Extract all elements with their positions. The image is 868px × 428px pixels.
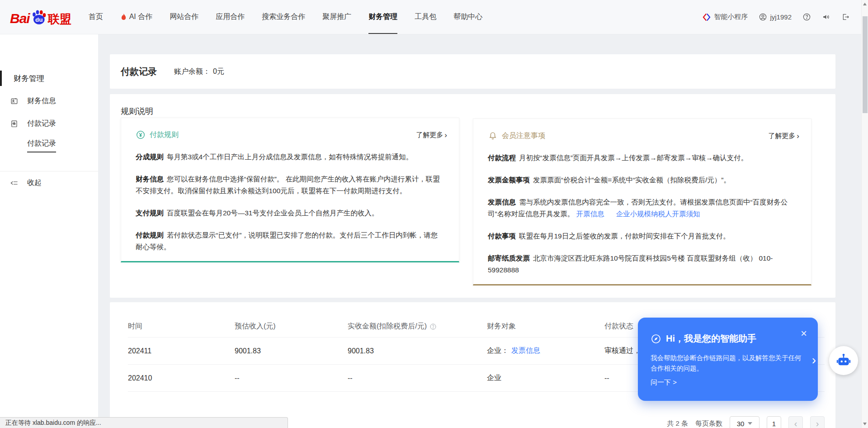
page-size-value: 30 (737, 420, 745, 428)
header-finance-target: 财务对象 (487, 322, 604, 331)
rule-text: 您可以在财务信息中选择“保留付款”。 在此期间您产生的收入将在账户内进行累计，联… (136, 175, 440, 195)
rules-section-title: 规则说明 (121, 106, 153, 117)
ask-now-link[interactable]: 问一下 > (651, 378, 677, 387)
user-icon (759, 13, 767, 21)
invoice-info-link[interactable]: 开票信息 (576, 210, 604, 218)
account-balance-value: 0元 (213, 67, 224, 75)
page-number-1[interactable]: 1 (767, 416, 781, 428)
rule-label: 支付规则 (136, 209, 164, 217)
payment-rules-body: 分成规则每月第3或4个工作日产出上月分成信息及发票信息，如有特殊情况将提前通知。… (121, 140, 459, 253)
rule-label: 邮寄纸质发票 (488, 254, 530, 262)
sidebar-collapse-label: 收起 (27, 178, 42, 188)
rules-card: 规则说明 付款规则 了解更多› 分成规则每月第3或4个工作日产出上月分成信息及发… (110, 94, 835, 298)
cell-time: 202410 (128, 374, 235, 382)
logo-text-union: 联盟 (48, 13, 71, 25)
rule-item: 分成规则每月第3或4个工作日产出上月分成信息及发票信息，如有特殊情况将提前通知。 (136, 151, 444, 163)
pagination-page-size-label: 每页条数 (695, 419, 722, 428)
nav-label: AI 合作 (129, 12, 153, 22)
sidebar-collapse-button[interactable]: 收起 (0, 176, 98, 190)
rule-label: 付款规则 (136, 231, 164, 239)
member-notes-panel: 会员注意事项 了解更多› 付款流程月初按“发票信息”页面开具发票→上传发票→邮寄… (473, 119, 811, 285)
nav-label: 聚屏推广 (322, 12, 351, 22)
page-title: 付款记录 (121, 66, 157, 78)
rule-text: 若付款状态显示“已支付”，说明联盟已安排了您的付款。支付后三个工作日内到帐，请您… (136, 231, 438, 251)
rule-item: 邮寄纸质发票北京市海淀区西北旺东路10号院百度科技园5号楼 百度联盟财务组（收）… (488, 252, 797, 276)
rule-item: 付款事项联盟在每月19日之后签收的发票，付款时间安排在下个月首批支付。 (488, 230, 797, 242)
rule-label: 发票信息 (488, 198, 516, 206)
nav-item-search-cooperation[interactable]: 搜索业务合作 (262, 0, 305, 34)
question-circle-icon[interactable] (429, 323, 437, 330)
nav-item-ai-cooperation[interactable]: AI 合作 (120, 0, 153, 34)
logout-icon[interactable] (841, 13, 850, 21)
rule-item: 付款流程月初按“发票信息”页面开具发票→上传发票→邮寄发票→审核→确认支付。 (488, 152, 797, 164)
browser-status-text: 正在等待 xlab.baidu.com 的响应... (5, 419, 101, 427)
nav-item-toolkit[interactable]: 工具包 (415, 0, 436, 34)
sidebar-item-finance-info[interactable]: 财务信息 (0, 93, 98, 109)
nav-label: 工具包 (415, 12, 436, 22)
member-notes-title: 会员注意事项 (502, 131, 545, 141)
sidebar-section-finance-management[interactable]: 财务管理 (0, 71, 98, 86)
nav-label: 应用合作 (216, 12, 245, 22)
pagination-total: 共 2 条 (667, 419, 688, 428)
sidebar-item-label: 财务信息 (27, 96, 56, 106)
invoice-info-row-link[interactable]: 发票信息 (511, 347, 540, 354)
rule-label: 分成规则 (136, 153, 164, 161)
header-estimated-income: 预估收入(元) (235, 322, 348, 331)
account-balance: 账户余额：0元 (174, 67, 224, 76)
rule-item: 财务信息您可以在财务信息中选择“保留付款”。 在此期间您产生的收入将在账户内进行… (136, 173, 444, 197)
finance-info-icon (10, 97, 19, 105)
chevron-right-icon[interactable]: › (812, 353, 816, 367)
pagination: 共 2 条 每页条数 30 1 ‹ › (667, 416, 825, 428)
payment-summary-card: 付款记录 账户余额：0元 (110, 54, 835, 89)
compass-icon (651, 333, 661, 344)
sound-icon[interactable] (822, 13, 830, 21)
nav-item-website-cooperation[interactable]: 网站合作 (170, 0, 198, 34)
assistant-popup-title: Hi，我是您的智能助手 (666, 333, 756, 345)
miniprogram-link[interactable]: 智能小程序 (702, 13, 748, 22)
page-size-select[interactable]: 30 (730, 416, 760, 428)
close-icon[interactable]: × (801, 328, 807, 338)
rule-text: 百度联盟会在每月20号—31号支付企业会员上个自然月产生的收入。 (167, 209, 378, 217)
sidebar-subitem-label: 付款记录 (27, 139, 56, 152)
header-time: 时间 (128, 322, 235, 331)
robot-icon (835, 352, 852, 369)
scrollbar-thumb[interactable] (863, 16, 868, 113)
nav-item-screen-promotion[interactable]: 聚屏推广 (322, 0, 351, 34)
previous-page-button[interactable]: ‹ (788, 416, 803, 428)
yen-circle-icon (136, 130, 146, 140)
sidebar-subitem-payment-records[interactable]: 付款记录 (0, 138, 98, 153)
logo-text-du: du (35, 16, 43, 23)
miniprogram-diamond-icon (702, 13, 711, 22)
assistant-floating-button[interactable] (829, 346, 858, 375)
chevron-up-icon[interactable] (10, 120, 17, 127)
small-taxpayer-notice-link[interactable]: 企业小规模纳税人开票须知 (616, 210, 700, 218)
vertical-scrollbar[interactable] (861, 0, 868, 428)
rule-label: 财务信息 (136, 175, 164, 183)
scroll-down-arrow[interactable] (863, 423, 867, 425)
payment-rules-more-link[interactable]: 了解更多› (416, 131, 447, 139)
user-account[interactable]: jyj1992 (759, 13, 792, 21)
cell-target-label: 企业： (487, 347, 509, 354)
baidu-union-logo[interactable]: Bai du 联盟 (10, 9, 71, 25)
sidebar: 财务管理 财务信息 付款记录 付款记录 收起 (0, 34, 98, 428)
cell-target: 企业 (487, 373, 604, 383)
help-icon[interactable] (802, 13, 811, 21)
rule-text: 月初按“发票信息”页面开具发票→上传发票→邮寄发票→审核→确认支付。 (519, 154, 748, 162)
nav-item-home[interactable]: 首页 (89, 0, 103, 34)
scroll-up-arrow[interactable] (863, 3, 867, 5)
nav-item-help-center[interactable]: 帮助中心 (453, 0, 482, 34)
rule-text: 发票票面“价税合计”金额=系统中“实收金额（扣除税费后/元）”。 (533, 176, 731, 184)
next-page-button[interactable]: › (810, 416, 825, 428)
sidebar-item-payment-records[interactable]: 付款记录 (0, 116, 98, 131)
nav-item-app-cooperation[interactable]: 应用合作 (216, 0, 245, 34)
nav-item-finance-management[interactable]: 财务管理 (368, 0, 397, 34)
chevron-right-icon: › (444, 132, 447, 138)
header-actual-amount-label: 实收金额(扣除税费后/元) (348, 322, 427, 331)
cell-actual: -- (348, 374, 487, 382)
chevron-right-icon: › (797, 133, 799, 139)
main-nav: 首页 AI 合作 网站合作 应用合作 搜索业务合作 聚屏推广 财务管理 工具包 … (89, 0, 483, 34)
nav-label: 首页 (89, 12, 103, 22)
member-notes-more-link[interactable]: 了解更多› (768, 132, 799, 140)
cell-estimated: -- (235, 374, 348, 382)
sidebar-section-label: 财务管理 (14, 73, 44, 84)
